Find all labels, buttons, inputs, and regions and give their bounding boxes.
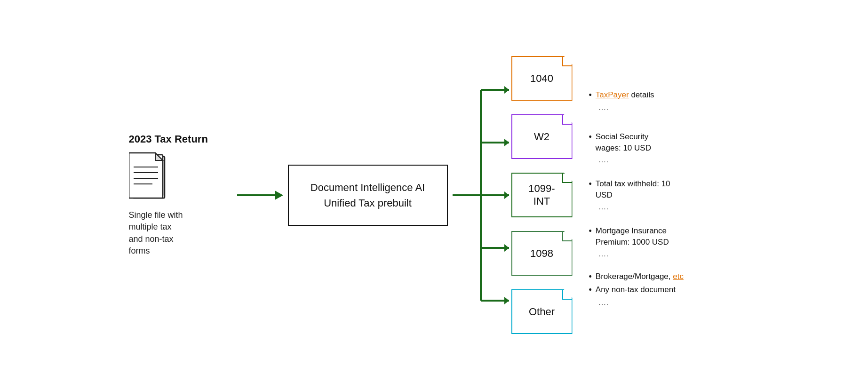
- info-group-1098: • Mortgage InsurancePremium: 1000 USD ….: [589, 219, 740, 266]
- form-box-1098: 1098: [509, 230, 575, 277]
- form-other-label: Other: [529, 306, 555, 318]
- left-arrow: [237, 191, 283, 200]
- info-item-brokerage: • Brokerage/Mortgage, etc: [589, 271, 740, 283]
- taxpayer-link[interactable]: TaxPayer: [596, 90, 629, 99]
- branch-lines-svg: [453, 64, 509, 327]
- svg-marker-17: [504, 191, 509, 199]
- bullet-5: •: [589, 271, 592, 283]
- info-item-tax: • Total tax withheld: 10USD: [589, 178, 740, 201]
- center-box-line1: Document Intelligence AI: [311, 182, 425, 193]
- bullet-6: •: [589, 284, 592, 296]
- diagram-container: 2023 Tax Return Single file with multipl…: [0, 0, 868, 390]
- info-dots-1: ….: [598, 103, 740, 112]
- etc-link[interactable]: etc: [673, 272, 684, 281]
- form-other-inner: Other: [511, 289, 573, 334]
- form-1040-label: 1040: [530, 72, 553, 85]
- bullet-1: •: [589, 89, 592, 101]
- info-dots-5: ….: [598, 298, 740, 307]
- info-group-1040: • TaxPayer details ….: [589, 78, 740, 125]
- info-text-mortgage: Mortgage InsurancePremium: 1000 USD: [596, 225, 669, 248]
- info-group-other: • Brokerage/Mortgage, etc • Any non-tax …: [589, 266, 740, 313]
- info-item-taxpayer: • TaxPayer details: [589, 89, 740, 101]
- svg-marker-19: [504, 297, 509, 304]
- info-text-social: Social Securitywages: 10 USD: [596, 131, 651, 154]
- svg-marker-16: [504, 139, 509, 146]
- info-dots-3: ….: [598, 202, 740, 212]
- info-item-mortgage: • Mortgage InsurancePremium: 1000 USD: [589, 225, 740, 248]
- form-box-w2: W2: [509, 113, 575, 160]
- form-1099-inner: 1099-INT: [511, 173, 573, 217]
- doc-label: Single file with multiple tax and non-ta…: [129, 209, 183, 257]
- form-w2-inner: W2: [511, 114, 573, 159]
- form-w2-label: W2: [534, 131, 549, 143]
- form-1099-label: 1099-INT: [528, 183, 555, 207]
- form-1098-label: 1098: [530, 247, 553, 260]
- forms-column: 1040 W2 1099-INT 1098: [509, 55, 575, 335]
- center-box-line2: Unified Tax prebuilt: [324, 197, 412, 209]
- left-section: 2023 Tax Return Single file with multipl…: [129, 133, 214, 257]
- info-item-nontax: • Any non-tax document: [589, 284, 740, 296]
- info-text-nontax: Any non-tax document: [596, 284, 676, 295]
- right-section: 1040 W2 1099-INT 1098: [453, 55, 740, 335]
- arrow-head-left: [275, 191, 283, 200]
- info-column: • TaxPayer details …. • Social Securityw…: [589, 78, 740, 313]
- svg-marker-15: [504, 86, 509, 94]
- form-box-other: Other: [509, 288, 575, 335]
- form-1098-inner: 1098: [511, 231, 573, 276]
- document-icon: [129, 151, 171, 203]
- info-dots-4: ….: [598, 249, 740, 259]
- doc-title: 2023 Tax Return: [129, 133, 208, 145]
- info-item-social: • Social Securitywages: 10 USD: [589, 131, 740, 154]
- form-1040-inner: 1040: [511, 56, 573, 101]
- bullet-2: •: [589, 131, 592, 143]
- center-box: Document Intelligence AI Unified Tax pre…: [288, 165, 448, 226]
- svg-marker-18: [504, 244, 509, 252]
- form-box-1099: 1099-INT: [509, 172, 575, 219]
- info-text-brokerage: Brokerage/Mortgage, etc: [596, 271, 684, 282]
- info-text-tax: Total tax withheld: 10USD: [596, 178, 670, 201]
- bullet-4: •: [589, 225, 592, 237]
- form-box-1040: 1040: [509, 55, 575, 102]
- bullet-3: •: [589, 178, 592, 190]
- info-group-1099: • Total tax withheld: 10USD ….: [589, 172, 740, 219]
- arrow-line-left: [237, 194, 275, 196]
- info-text-taxpayer: TaxPayer details: [596, 89, 654, 101]
- info-group-w2: • Social Securitywages: 10 USD ….: [589, 125, 740, 172]
- info-dots-2: ….: [598, 155, 740, 165]
